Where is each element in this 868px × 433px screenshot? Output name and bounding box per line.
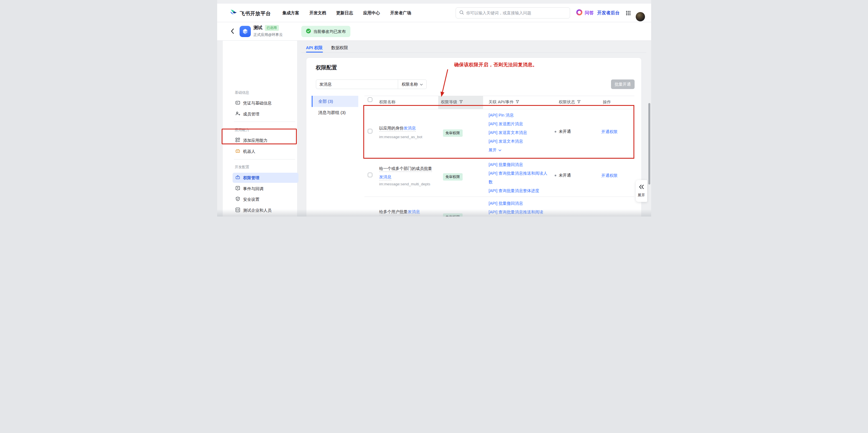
chevron-down-icon	[498, 146, 501, 154]
filter-funnel-icon[interactable]	[577, 100, 581, 105]
row-checkbox[interactable]	[368, 173, 372, 177]
sidebar-section-dev-config: 开发配置	[235, 165, 249, 170]
feishu-logo-icon	[230, 9, 237, 18]
table-header-top-border	[365, 96, 634, 96]
level-tag: 免审权限	[443, 213, 463, 216]
sidebar-item-label: 添加应用能力	[243, 138, 268, 143]
search-filter-label: 权限名称	[402, 82, 418, 87]
sidebar-divider	[234, 159, 295, 160]
publish-status-text: 当前修改均已发布	[313, 29, 346, 34]
sidebar-item-label: 成员管理	[243, 112, 259, 117]
expand-panel-label: 展开	[638, 193, 645, 198]
api-link[interactable]: [API] 发送图片消息	[489, 120, 549, 128]
api-link[interactable]: [API] 发送富文本消息	[489, 128, 549, 137]
open-permission-link[interactable]: 开通权限	[601, 129, 618, 135]
tabs-divider	[301, 53, 646, 53]
avatar[interactable]	[636, 12, 645, 21]
robot-icon	[236, 148, 240, 154]
sidebar-item-members[interactable]: 成员管理	[232, 109, 299, 119]
sidebar-section-basic: 基础信息	[235, 90, 249, 95]
sidebar-item-label: 测试企业和人员	[243, 208, 272, 213]
sidebar-item-test-org[interactable]: 测试企业和人员	[232, 205, 299, 215]
member-add-icon	[236, 111, 240, 117]
row-checkbox[interactable]	[368, 129, 372, 134]
code-icon	[236, 207, 240, 213]
top-nav: 飞书开放平台 集成方案 开发文档 更新日志 应用中心 开发者广场	[217, 4, 651, 22]
app-header: 测试 已启用 正式应用@环界云 当前修改均已发布	[217, 22, 651, 41]
qa-label: 问答	[585, 10, 594, 16]
sidebar-item-label: 凭证与基础信息	[243, 100, 272, 106]
permission-name[interactable]: 给多个用户批量发消息	[379, 207, 438, 216]
sidebar-item-events[interactable]: 事件与回调	[232, 184, 299, 194]
row-divider	[365, 158, 634, 159]
apps-grid-icon[interactable]	[626, 10, 631, 17]
brand-logo[interactable]: 飞书开放平台	[230, 9, 271, 18]
filter-message-group[interactable]: 消息与群组 (3)	[312, 107, 358, 118]
nav-item-changelog[interactable]: 更新日志	[336, 10, 353, 16]
api-link[interactable]: [API] 查询批量消息推送和阅读人数	[489, 169, 549, 186]
select-all-checkbox[interactable]	[368, 97, 372, 102]
global-search-input[interactable]	[466, 11, 566, 15]
shield-check-icon	[236, 197, 240, 202]
api-link[interactable]: [API] 发送文本消息	[489, 137, 549, 146]
brand-title: 飞书开放平台	[240, 10, 271, 17]
api-links: [API] 批量撤回消息 [API] 查询批量消息推送和阅读人数 [API] 查…	[489, 160, 549, 195]
sidebar-item-bot[interactable]: 机器人	[232, 146, 299, 156]
vertical-scrollbar-thumb[interactable]	[648, 103, 650, 184]
card-title: 权限配置	[316, 64, 337, 71]
back-icon[interactable]	[230, 28, 235, 35]
filter-all[interactable]: 全部 (3)	[312, 96, 358, 107]
batch-open-button[interactable]: 批量开通	[611, 80, 634, 89]
filter-funnel-icon[interactable]	[459, 100, 463, 105]
global-search-box[interactable]	[456, 7, 570, 19]
page: 飞书开放平台 集成方案 开发文档 更新日志 应用中心 开发者广场	[217, 0, 651, 216]
search-filter-dropdown[interactable]: 权限名称	[398, 80, 427, 89]
sidebar-item-label: 权限管理	[243, 175, 259, 180]
permission-name[interactable]: 以应用的身份发消息	[379, 124, 435, 132]
api-link[interactable]: [API] 查询批量消息整体进度	[489, 186, 549, 195]
nav-item-app-center[interactable]: 应用中心	[363, 10, 380, 16]
expand-panel-button[interactable]: 展开	[636, 180, 647, 202]
status-dot-icon	[555, 131, 556, 133]
developer-console-link[interactable]: 开发者后台	[597, 4, 620, 22]
sidebar-item-add-capability[interactable]: 添加应用能力	[232, 135, 299, 145]
chevron-down-icon	[420, 82, 423, 86]
api-link[interactable]: [API] Pin 消息	[489, 111, 549, 120]
nav-links: 集成方案 开发文档 更新日志 应用中心 开发者广场	[282, 4, 411, 22]
level-tag: 免审权限	[443, 129, 463, 137]
status-badge-enabled: 已启用	[265, 25, 279, 31]
filter-funnel-icon[interactable]	[516, 100, 519, 105]
nav-item-dev-plaza[interactable]: 开发者广场	[390, 10, 411, 16]
qa-link[interactable]: 问答	[576, 4, 594, 22]
expand-apis-link[interactable]: 展开	[489, 146, 501, 154]
filter-all-label: 全部 (3)	[312, 99, 333, 104]
nav-item-integration[interactable]: 集成方案	[282, 10, 299, 16]
col-header-level: 权限等级	[441, 99, 463, 105]
grid-plus-icon	[236, 138, 240, 144]
row-divider	[365, 197, 634, 197]
nav-item-docs[interactable]: 开发文档	[309, 10, 326, 16]
sidebar-item-label: 事件与回调	[243, 186, 264, 192]
open-permission-link[interactable]: 开通权限	[601, 173, 618, 178]
api-link[interactable]: [API] 批量撤回消息	[489, 199, 549, 208]
permission-name[interactable]: 给一个或多个部门的成员批量发消息	[379, 164, 433, 181]
filter-message-group-label: 消息与群组 (3)	[312, 110, 346, 115]
sidebar-item-credentials[interactable]: 凭证与基础信息	[232, 98, 299, 108]
api-link[interactable]: [API] 查询批量消息推送和阅读	[489, 208, 549, 216]
tab-data-permissions[interactable]: 数据权限	[331, 45, 348, 51]
sidebar-item-permissions[interactable]: 权限管理	[232, 173, 299, 183]
col-header-name: 权限名称	[379, 99, 396, 105]
sidebar-item-label: 机器人	[243, 149, 255, 154]
api-link[interactable]: [API] 批量撤回消息	[489, 160, 549, 169]
api-links: [API] 批量撤回消息 [API] 查询批量消息推送和阅读	[489, 199, 549, 216]
app-name: 测试	[254, 25, 262, 31]
status-dot-icon	[555, 175, 556, 176]
col-header-apis: 关联 API/事件	[489, 99, 519, 105]
permission-scope: im:message:send_multi_depts	[379, 182, 430, 186]
qa-ring-icon	[576, 9, 583, 17]
sidebar-section-capability: 应用能力	[235, 127, 249, 133]
filter-active-bar	[312, 96, 312, 107]
sidebar-item-security[interactable]: 安全设置	[232, 194, 299, 204]
tab-api-permissions[interactable]: API 权限	[306, 45, 322, 51]
permission-search-input[interactable]	[316, 80, 398, 89]
